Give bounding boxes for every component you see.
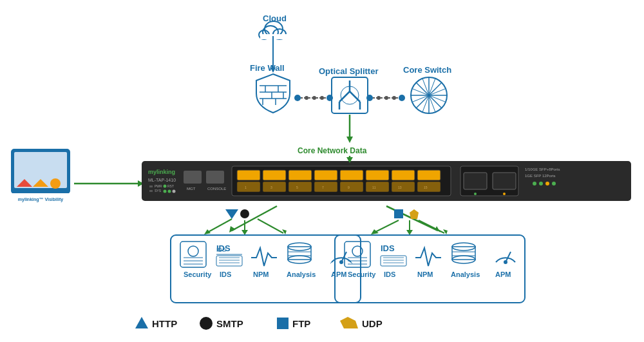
svg-point-21 [305, 96, 308, 100]
svg-rect-192 [277, 318, 289, 329]
svg-point-162 [339, 260, 343, 264]
svg-point-36 [366, 95, 373, 101]
svg-line-31 [350, 91, 360, 102]
svg-text:NPM: NPM [417, 271, 433, 278]
svg-rect-86 [206, 171, 224, 184]
svg-marker-56 [346, 137, 353, 143]
svg-rect-68 [36, 193, 45, 200]
svg-marker-129 [204, 229, 211, 234]
svg-point-123 [552, 182, 556, 185]
svg-text:1GE SFP 12Ports: 1GE SFP 12Ports [525, 174, 556, 178]
svg-text:Security: Security [348, 271, 376, 278]
svg-text:Fire Wall: Fire Wall [250, 63, 285, 73]
svg-point-23 [312, 96, 316, 100]
svg-marker-65 [17, 179, 32, 187]
svg-rect-75 [149, 185, 153, 187]
svg-rect-167 [345, 242, 370, 267]
svg-marker-59 [229, 226, 236, 233]
svg-text:IDS: IDS [220, 271, 231, 278]
svg-point-45 [411, 77, 447, 113]
svg-text:RST: RST [167, 184, 174, 188]
svg-marker-66 [33, 179, 48, 187]
svg-text:NPM: NPM [253, 271, 269, 278]
svg-text:Analysis: Analysis [451, 271, 480, 278]
svg-point-186 [504, 260, 507, 264]
svg-point-19 [294, 95, 301, 101]
svg-text:SYS: SYS [155, 189, 162, 193]
svg-line-51 [413, 89, 445, 102]
svg-text:Security: Security [184, 271, 212, 278]
svg-point-190 [200, 317, 213, 330]
svg-rect-107 [289, 182, 312, 192]
svg-line-52 [422, 79, 435, 112]
svg-marker-135 [371, 229, 379, 234]
svg-line-53 [422, 79, 435, 112]
svg-point-82 [168, 190, 171, 193]
svg-point-168 [352, 246, 363, 256]
svg-rect-115 [493, 173, 516, 189]
svg-text:IDS: IDS [216, 243, 231, 253]
svg-text:7: 7 [322, 185, 324, 189]
svg-rect-108 [314, 182, 337, 192]
svg-marker-194 [340, 317, 358, 328]
svg-marker-137 [406, 230, 413, 235]
svg-rect-95 [392, 170, 415, 180]
svg-text:FTP: FTP [292, 318, 310, 329]
svg-rect-150 [216, 256, 242, 266]
svg-text:1/10GE SFP+8Ports: 1/10GE SFP+8Ports [525, 167, 560, 171]
svg-line-163 [330, 262, 332, 263]
svg-point-116 [474, 193, 477, 195]
svg-point-121 [539, 182, 543, 185]
svg-rect-28 [332, 77, 368, 113]
svg-text:CONSOLE: CONSOLE [207, 187, 226, 191]
svg-point-1 [273, 29, 286, 39]
svg-point-0 [263, 26, 278, 39]
svg-marker-139 [443, 229, 448, 234]
svg-text:mylinking™ Visibility: mylinking™ Visibility [18, 197, 63, 202]
svg-line-49 [416, 82, 442, 108]
svg-point-2 [259, 30, 269, 39]
svg-text:5: 5 [296, 185, 298, 189]
svg-rect-89 [237, 170, 260, 180]
svg-text:UDP: UDP [362, 318, 383, 329]
svg-text:3: 3 [270, 185, 272, 189]
svg-rect-105 [237, 182, 260, 192]
svg-marker-61 [435, 226, 440, 233]
svg-rect-70 [12, 193, 70, 205]
svg-point-3 [265, 21, 283, 37]
svg-rect-114 [464, 173, 487, 189]
svg-point-83 [173, 190, 176, 193]
svg-rect-72 [142, 161, 631, 201]
svg-rect-79 [149, 190, 153, 192]
svg-marker-8 [270, 68, 276, 73]
svg-text:PWR: PWR [155, 184, 162, 188]
svg-point-120 [533, 182, 536, 185]
svg-rect-4 [260, 34, 287, 39]
svg-point-122 [545, 182, 549, 185]
svg-rect-84 [184, 171, 202, 184]
svg-point-40 [384, 96, 388, 100]
svg-marker-188 [135, 317, 148, 328]
svg-rect-109 [340, 182, 363, 192]
svg-text:APM: APM [495, 271, 511, 278]
svg-rect-110 [366, 182, 389, 192]
svg-line-132 [258, 219, 283, 233]
svg-point-38 [377, 96, 381, 100]
svg-rect-113 [460, 166, 518, 196]
svg-point-81 [164, 190, 167, 193]
svg-point-156 [288, 243, 311, 251]
svg-marker-133 [282, 229, 287, 234]
svg-text:Core Switch: Core Switch [403, 65, 451, 75]
svg-rect-93 [340, 170, 363, 180]
svg-point-180 [452, 243, 475, 251]
svg-marker-62 [138, 180, 144, 187]
svg-rect-111 [392, 182, 415, 192]
svg-line-164 [351, 262, 352, 263]
main-diagram: Cloud Fire Wall [0, 0, 644, 342]
svg-rect-141 [180, 242, 206, 267]
svg-point-158 [288, 256, 311, 263]
svg-text:Analysis: Analysis [287, 271, 316, 278]
svg-text:MGT: MGT [187, 187, 196, 191]
svg-point-117 [503, 193, 506, 195]
svg-text:APM: APM [331, 271, 346, 278]
